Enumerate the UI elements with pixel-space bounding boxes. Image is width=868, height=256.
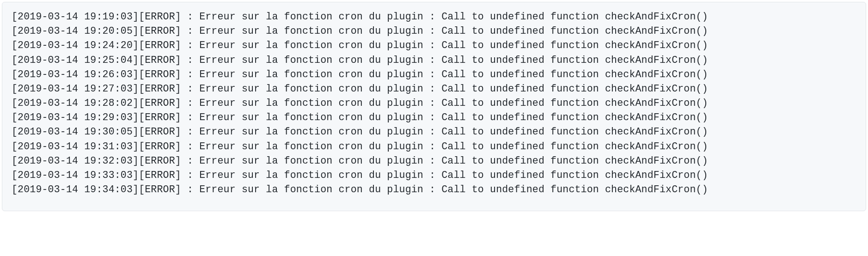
log-line: [2019-03-14 19:30:05][ERROR] : Erreur su… [12, 125, 856, 139]
log-line: [2019-03-14 19:31:03][ERROR] : Erreur su… [12, 140, 856, 154]
log-line: [2019-03-14 19:27:03][ERROR] : Erreur su… [12, 82, 856, 96]
log-line: [2019-03-14 19:32:03][ERROR] : Erreur su… [12, 154, 856, 168]
log-line: [2019-03-14 19:19:03][ERROR] : Erreur su… [12, 10, 856, 24]
log-line: [2019-03-14 19:24:20][ERROR] : Erreur su… [12, 38, 856, 53]
log-line: [2019-03-14 19:25:04][ERROR] : Erreur su… [12, 53, 856, 67]
log-line: [2019-03-14 19:28:02][ERROR] : Erreur su… [12, 96, 856, 110]
log-line: [2019-03-14 19:20:05][ERROR] : Erreur su… [12, 24, 856, 38]
log-line: [2019-03-14 19:34:03][ERROR] : Erreur su… [12, 183, 856, 197]
log-line: [2019-03-14 19:33:03][ERROR] : Erreur su… [12, 168, 856, 183]
log-line: [2019-03-14 19:26:03][ERROR] : Erreur su… [12, 67, 856, 82]
log-output: [2019-03-14 19:19:03][ERROR] : Erreur su… [2, 2, 866, 211]
log-line: [2019-03-14 19:29:03][ERROR] : Erreur su… [12, 110, 856, 125]
